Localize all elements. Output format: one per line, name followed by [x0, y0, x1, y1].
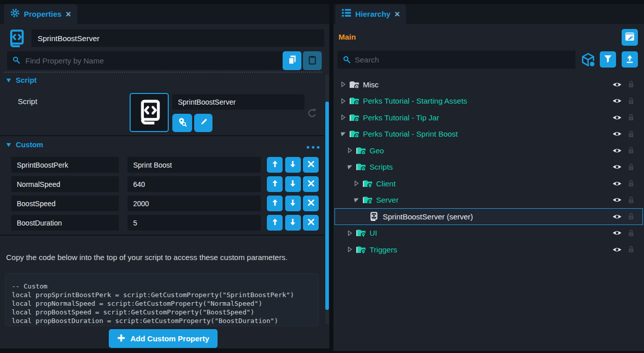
- visibility-eye-icon[interactable]: [612, 130, 622, 138]
- tree-row[interactable]: Perks Tutorial - Starting Assets: [334, 93, 643, 110]
- scrollbar-track[interactable]: [325, 75, 329, 325]
- hierarchy-tree: Misc Perks Tutorial - Starting Assets: [333, 76, 644, 258]
- property-name-field[interactable]: [11, 215, 119, 231]
- property-name-field[interactable]: [11, 196, 119, 211]
- lock-icon[interactable]: [626, 113, 635, 121]
- expand-arrow-icon[interactable]: [340, 114, 348, 120]
- move-up-button[interactable]: [267, 215, 283, 231]
- property-value-field[interactable]: [128, 196, 261, 211]
- close-icon[interactable]: ×: [394, 10, 400, 19]
- more-options-icon[interactable]: [306, 142, 320, 151]
- delete-property-button[interactable]: [303, 215, 319, 231]
- script-thumbnail[interactable]: [130, 93, 169, 132]
- property-value-field[interactable]: [128, 157, 261, 173]
- custom-section-header[interactable]: Custom: [6, 141, 43, 149]
- visibility-eye-icon[interactable]: [612, 147, 622, 154]
- visibility-eye-icon[interactable]: [612, 180, 622, 187]
- visibility-eye-icon[interactable]: [612, 196, 622, 204]
- move-down-button[interactable]: [285, 215, 301, 231]
- lock-icon[interactable]: [626, 130, 635, 138]
- move-down-button[interactable]: [285, 196, 301, 211]
- edit-script-button[interactable]: [194, 114, 212, 132]
- tree-row[interactable]: SprintBoostServer (server): [334, 208, 643, 225]
- lock-icon[interactable]: [626, 212, 635, 220]
- delete-property-button[interactable]: [303, 176, 319, 192]
- move-down-button[interactable]: [285, 176, 301, 192]
- delete-property-button[interactable]: [303, 157, 319, 173]
- tree-row[interactable]: Geo: [334, 142, 643, 159]
- move-up-button[interactable]: [267, 157, 283, 173]
- expand-arrow-icon[interactable]: [353, 180, 361, 186]
- find-property-input[interactable]: [7, 51, 285, 70]
- list-icon: [342, 8, 351, 20]
- tree-row[interactable]: Client: [334, 175, 643, 192]
- object-name-input[interactable]: [32, 29, 324, 47]
- scene-preview-button[interactable]: [622, 29, 638, 46]
- tree-row[interactable]: Scripts: [334, 159, 643, 176]
- expand-arrow-icon[interactable]: [340, 81, 348, 87]
- tree-item-label: Perks Tutorial - Starting Assets: [363, 97, 467, 105]
- lock-icon[interactable]: [626, 80, 635, 88]
- script-section-header[interactable]: Script: [6, 76, 37, 84]
- find-script-in-scene-button[interactable]: [172, 114, 192, 132]
- expand-arrow-icon[interactable]: [347, 246, 354, 252]
- tree-item-label: Server: [376, 196, 398, 204]
- visibility-eye-icon[interactable]: [612, 114, 622, 121]
- lock-icon[interactable]: [626, 196, 635, 204]
- expand-arrow-icon[interactable]: [353, 197, 361, 203]
- lock-icon[interactable]: [626, 163, 635, 171]
- tab-hierarchy[interactable]: Hierarchy ×: [335, 4, 406, 24]
- hierarchy-panel: Hierarchy × Main Misc: [333, 0, 644, 353]
- visibility-eye-icon[interactable]: [612, 81, 622, 88]
- move-to-top-button[interactable]: [622, 51, 638, 68]
- visibility-eye-icon[interactable]: [612, 213, 622, 220]
- tree-item-label: Geo: [370, 146, 384, 155]
- visibility-eye-icon[interactable]: [612, 163, 622, 171]
- move-up-button[interactable]: [267, 196, 283, 211]
- reset-icon[interactable]: [306, 108, 318, 121]
- cube-icon[interactable]: [580, 52, 596, 70]
- property-value-field[interactable]: [128, 215, 261, 231]
- hierarchy-search-input[interactable]: [338, 51, 575, 69]
- folder-pin-icon: [356, 245, 366, 254]
- copy-properties-button[interactable]: [283, 51, 301, 70]
- tree-row[interactable]: Perks Tutorial - Sprint Boost: [334, 126, 643, 143]
- pencil-icon: [199, 118, 208, 128]
- expand-arrow-icon[interactable]: [347, 230, 354, 236]
- lock-icon[interactable]: [626, 146, 635, 154]
- properties-tabbar: Properties ×: [0, 4, 329, 24]
- tree-row[interactable]: Triggers: [334, 241, 643, 258]
- move-down-button[interactable]: [285, 157, 301, 173]
- tab-properties[interactable]: Properties ×: [4, 4, 77, 24]
- filter-button[interactable]: [600, 51, 616, 68]
- tree-row[interactable]: Perks Tutorial - Tip Jar: [334, 109, 643, 126]
- visibility-eye-icon[interactable]: [612, 97, 622, 105]
- code-block[interactable]: -- Custom local propSprintBoostPerk = sc…: [5, 273, 319, 326]
- lock-icon[interactable]: [626, 229, 635, 237]
- expand-arrow-icon[interactable]: [347, 147, 354, 153]
- delete-property-button[interactable]: [303, 196, 319, 211]
- expand-arrow-icon[interactable]: [340, 98, 348, 104]
- visibility-eye-icon[interactable]: [612, 229, 622, 237]
- add-custom-property-button[interactable]: Add Custom Property: [109, 329, 218, 348]
- tree-row[interactable]: UI: [334, 225, 643, 242]
- script-name-field[interactable]: [172, 94, 304, 110]
- tree-row[interactable]: Server: [334, 192, 643, 209]
- expand-arrow-icon[interactable]: [340, 131, 348, 137]
- property-value-field[interactable]: [128, 176, 261, 192]
- tree-row[interactable]: Misc: [334, 76, 643, 93]
- expand-arrow-icon[interactable]: [347, 164, 354, 170]
- move-up-button[interactable]: [267, 176, 283, 192]
- lock-icon[interactable]: [626, 179, 635, 187]
- property-name-field[interactable]: [11, 157, 119, 173]
- paste-properties-button[interactable]: [303, 51, 322, 70]
- arrow-up-icon: [270, 179, 280, 189]
- section-divider: [0, 135, 324, 136]
- visibility-eye-icon[interactable]: [612, 246, 622, 253]
- property-name-field[interactable]: [11, 176, 119, 192]
- section-divider: [0, 235, 324, 236]
- close-icon[interactable]: ×: [66, 10, 71, 19]
- scrollbar-thumb[interactable]: [325, 102, 329, 310]
- lock-icon[interactable]: [626, 97, 635, 105]
- lock-icon[interactable]: [626, 245, 635, 253]
